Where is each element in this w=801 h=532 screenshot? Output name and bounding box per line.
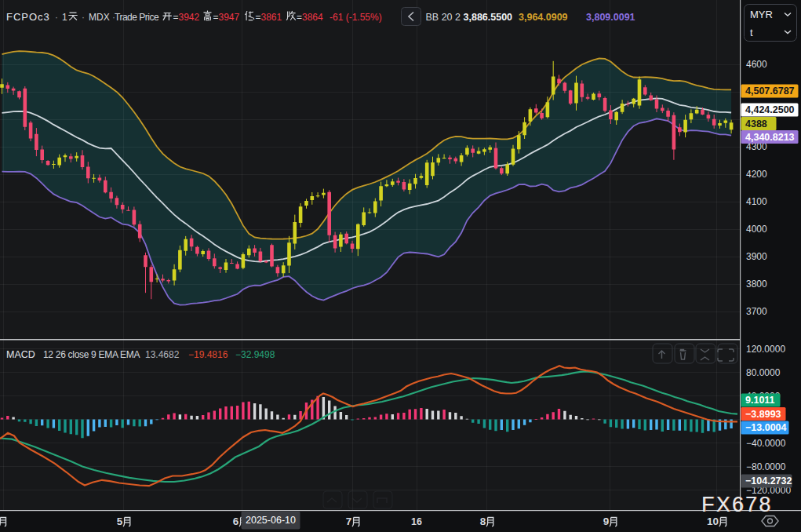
- svg-text:BB 20 2: BB 20 2: [426, 12, 461, 23]
- svg-text:=: =: [173, 12, 179, 23]
- svg-text:4,507.6787: 4,507.6787: [745, 86, 795, 97]
- svg-text:3942: 3942: [179, 12, 200, 23]
- svg-text:4,340.8213: 4,340.8213: [745, 132, 795, 143]
- svg-text:-61 (-1.55%): -61 (-1.55%): [330, 12, 382, 23]
- svg-text:7: 7: [346, 516, 352, 527]
- svg-text:4100: 4100: [746, 196, 767, 207]
- svg-text:4000: 4000: [746, 224, 767, 235]
- svg-text:·: ·: [55, 12, 58, 23]
- svg-text:−32.9498: −32.9498: [235, 349, 275, 360]
- svg-text:6: 6: [233, 516, 239, 527]
- svg-text:2025-06-10: 2025-06-10: [246, 515, 296, 526]
- svg-text:3864: 3864: [302, 12, 323, 23]
- svg-text:3900: 3900: [746, 251, 767, 262]
- svg-text:1: 1: [62, 12, 67, 23]
- svg-text:−80.0000: −80.0000: [746, 461, 786, 472]
- svg-text:4,424.2500: 4,424.2500: [745, 104, 795, 115]
- svg-text:4600: 4600: [746, 59, 767, 70]
- svg-text:t: t: [750, 27, 753, 38]
- svg-text:MACD: MACD: [6, 349, 35, 360]
- svg-text:=: =: [213, 12, 219, 23]
- svg-text:5: 5: [117, 516, 123, 527]
- svg-text:12 26 close 9 EMA EMA: 12 26 close 9 EMA EMA: [43, 349, 140, 360]
- svg-text:3,886.5500: 3,886.5500: [464, 12, 513, 23]
- svg-text:9: 9: [603, 516, 610, 527]
- svg-text:FCPOc3: FCPOc3: [6, 11, 50, 23]
- svg-text:·: ·: [82, 12, 85, 23]
- svg-text:MYR: MYR: [750, 9, 773, 20]
- svg-text:80.0000: 80.0000: [746, 367, 781, 378]
- svg-text:3,964.0909: 3,964.0909: [519, 12, 568, 23]
- svg-text:MDX: MDX: [89, 12, 110, 23]
- svg-text:FX678: FX678: [701, 493, 773, 516]
- svg-text:=: =: [256, 12, 261, 23]
- svg-text:10: 10: [707, 516, 719, 527]
- svg-text:4200: 4200: [746, 169, 767, 180]
- svg-text:Trade Price: Trade Price: [115, 12, 159, 23]
- svg-text:9.1011: 9.1011: [745, 395, 775, 406]
- svg-text:−40.0000: −40.0000: [746, 438, 786, 449]
- svg-text:=: =: [297, 12, 302, 23]
- svg-text:3,809.0091: 3,809.0091: [586, 12, 635, 23]
- svg-text:−3.8993: −3.8993: [745, 409, 781, 420]
- svg-text:13.4682: 13.4682: [145, 349, 180, 360]
- svg-text:−104.2732: −104.2732: [745, 476, 792, 486]
- svg-text:−19.4816: −19.4816: [188, 349, 228, 360]
- svg-text:3800: 3800: [746, 279, 767, 290]
- svg-text:3947: 3947: [219, 12, 240, 23]
- svg-text:120.0000: 120.0000: [746, 344, 785, 355]
- svg-text:−13.0004: −13.0004: [745, 422, 787, 433]
- svg-text:4388: 4388: [745, 118, 767, 129]
- svg-text:3861: 3861: [261, 12, 282, 23]
- svg-text:8: 8: [480, 516, 486, 527]
- svg-text:3700: 3700: [746, 306, 767, 317]
- svg-text:16: 16: [411, 516, 422, 527]
